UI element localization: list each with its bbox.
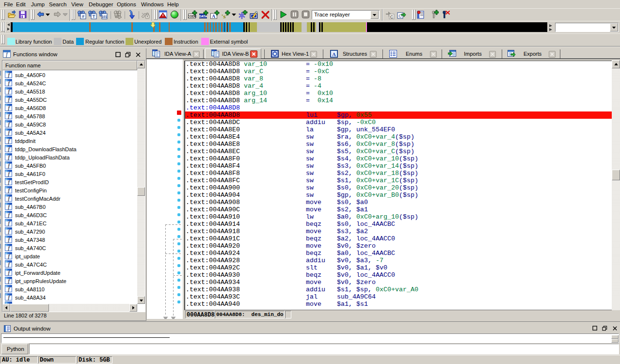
svg-text:#: #: [82, 14, 84, 19]
svg-text:A: A: [212, 14, 216, 19]
svg-text:C: C: [390, 15, 394, 19]
svg-text:T: T: [93, 14, 95, 19]
svg-text:101: 101: [102, 15, 107, 18]
svg-text:A: A: [332, 51, 336, 57]
